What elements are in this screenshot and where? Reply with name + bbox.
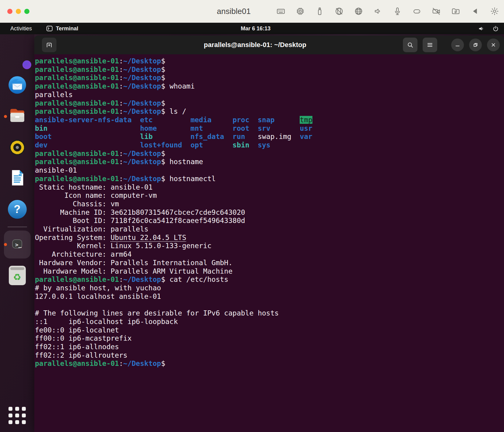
clock[interactable]: Mar 6 16:13 [241, 25, 271, 32]
activities-button[interactable]: Activities [8, 25, 34, 32]
terminal-screen[interactable]: parallels@ansible-01:~/Desktop$parallels… [34, 54, 504, 432]
close-button[interactable] [487, 39, 500, 51]
minimize-traffic-light-icon[interactable] [16, 9, 21, 14]
app-menu-button[interactable]: Terminal [46, 25, 78, 32]
running-indicator [4, 243, 7, 246]
network-off-icon[interactable] [334, 7, 344, 16]
terminal-line: Boot ID: 7118f26c0ca5412f8caeef549643380… [35, 217, 504, 225]
power-icon [492, 25, 499, 32]
shared-folder-icon[interactable] [451, 7, 460, 16]
show-apps-dot [22, 407, 26, 411]
keyboard-icon[interactable] [276, 7, 285, 16]
terminal-line: Operating System: Ubuntu 22.04.5 LTS [35, 234, 504, 242]
zoom-traffic-light-icon[interactable] [24, 9, 29, 14]
terminal-line: parallels@ansible-01:~/Desktop$ cat /etc… [35, 275, 504, 284]
terminal-line: parallels@ansible-01:~/Desktop$ [35, 150, 504, 158]
terminal-headerbar[interactable]: parallels@ansible-01: ~/Desktop [34, 35, 504, 54]
terminal-line: parallels@ansible-01:~/Desktop$ [35, 74, 504, 82]
terminal-line: parallels@ansible-01:~/Desktop$ hostname [35, 158, 504, 166]
dock-item-libreoffice-writer[interactable] [3, 168, 31, 188]
show-apps-dot [22, 420, 26, 424]
terminal-line [35, 301, 504, 309]
terminal-line: Static hostname: ansible-01 [35, 183, 504, 192]
volume-icon[interactable] [373, 7, 383, 16]
minimize-button[interactable] [451, 39, 464, 51]
terminal-line: Machine ID: 3e621b807315467cbcec7cde9c64… [35, 208, 504, 217]
terminal-line: Architecture: arm64 [35, 250, 504, 259]
processor-icon[interactable] [295, 7, 305, 16]
terminal-line: Kernel: Linux 5.15.0-133-generic [35, 242, 504, 250]
system-status-area[interactable] [478, 25, 499, 32]
camera-off-icon[interactable] [431, 7, 441, 16]
new-tab-button[interactable] [42, 38, 56, 52]
usb-icon[interactable] [315, 7, 324, 16]
terminal-line: parallels@ansible-01:~/Desktop$ [35, 359, 504, 368]
show-apps-dot [9, 413, 12, 417]
microphone-icon[interactable] [393, 7, 402, 16]
terminal-line: ::1 ip6-localhost ip6-loopback [35, 318, 504, 326]
dock-item-thunderbird[interactable] [3, 76, 31, 96]
desktop: ?>_♻ parallels@ansible-01: ~/Desktop [0, 34, 504, 432]
terminal-icon: >_ [12, 241, 22, 248]
terminal-line: parallels [35, 91, 504, 99]
terminal-line: parallels@ansible-01:~/Desktop$ [35, 99, 504, 108]
dock-item-firefox[interactable] [3, 45, 31, 65]
terminal-line: dev lost+found opt sbin sys [35, 141, 504, 150]
terminal-line: Hardware Model: Parallels ARM Virtual Ma… [35, 267, 504, 276]
terminal-line: parallels@ansible-01:~/Desktop$ [35, 57, 504, 66]
files-icon [8, 106, 27, 127]
show-applications-button[interactable] [9, 407, 26, 424]
dock: ?>_♻ [0, 34, 34, 432]
screen: ansible01 Activities Terminal Mar 6 16:1… [0, 0, 504, 432]
dock-item-rhythmbox[interactable] [3, 137, 31, 157]
dock-item-terminal[interactable]: >_ [3, 235, 31, 255]
terminal-line: boot lib nfs_data run swap.img var [35, 133, 504, 141]
terminal-line: Icon name: computer-vm [35, 191, 504, 200]
show-apps-dot [9, 407, 12, 411]
dock-item-help[interactable]: ? [3, 199, 31, 219]
terminal-line: Chassis: vm [35, 200, 504, 208]
terminal-line: fe00::0 ip6-localnet [35, 326, 504, 335]
search-button[interactable] [403, 38, 417, 52]
close-traffic-light-icon[interactable] [7, 9, 12, 14]
thunderbird-icon [7, 75, 27, 96]
settings-icon[interactable] [490, 7, 499, 16]
terminal-line: ansible-01 [35, 166, 504, 175]
show-apps-dot [15, 407, 19, 411]
globe-icon[interactable] [354, 7, 363, 16]
terminal-line: ff00::0 ip6-mcastprefix [35, 334, 504, 343]
dock-item-files[interactable] [3, 106, 31, 127]
show-apps-dot [9, 420, 12, 424]
terminal-line: parallels@ansible-01:~/Desktop$ hostname… [35, 175, 504, 183]
terminal-line: Hardware Vendor: Parallels International… [35, 259, 504, 267]
trash-icon: ♻ [9, 266, 26, 285]
show-apps-dot [15, 413, 19, 417]
libreoffice-writer-icon [8, 168, 27, 188]
traffic-lights [0, 9, 29, 14]
help-icon: ? [8, 200, 27, 219]
terminal-title: parallels@ansible-01: ~/Desktop [204, 41, 306, 49]
play-icon[interactable] [470, 7, 480, 16]
restore-button[interactable] [469, 39, 482, 51]
terminal-line: ff02::1 ip6-allnodes [35, 343, 504, 351]
hard-disk-icon[interactable] [412, 7, 421, 16]
volume-icon [478, 25, 485, 32]
vm-status-icons [276, 7, 499, 16]
terminal-app-icon [46, 25, 53, 32]
host-menubar: ansible01 [0, 0, 504, 23]
terminal-line: bin home mnt root srv usr [35, 124, 504, 133]
dock-item-trash[interactable]: ♻ [3, 265, 31, 285]
terminal-line: Virtualization: parallels [35, 225, 504, 234]
terminal-line: # by ansible host, with yuchao [35, 284, 504, 292]
terminal-line: parallels@ansible-01:~/Desktop$ whoami [35, 82, 504, 91]
menu-button[interactable] [423, 38, 437, 52]
terminal-line: parallels@ansible-01:~/Desktop$ [35, 66, 504, 74]
terminal-line: 127.0.0.1 localhost ansible-01 [35, 292, 504, 301]
show-apps-dot [22, 413, 26, 417]
terminal-line: ff02::2 ip6-allrouters [35, 351, 504, 360]
running-indicator [4, 115, 7, 118]
gnome-topbar: Activities Terminal Mar 6 16:13 [0, 23, 504, 34]
app-menu-label: Terminal [56, 25, 78, 32]
terminal-line: ansible-server-nfs-data etc media proc s… [35, 116, 504, 124]
terminal-output: parallels@ansible-01:~/Desktop$parallels… [35, 57, 504, 368]
